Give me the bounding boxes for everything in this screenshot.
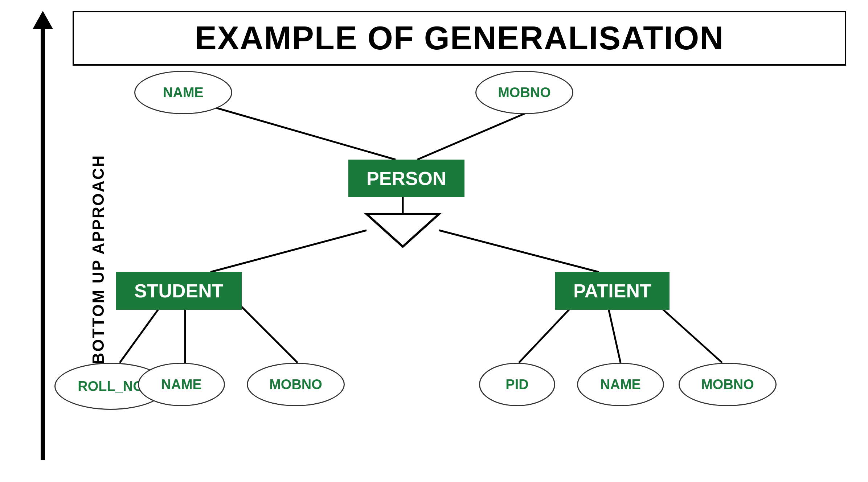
mobno-student-attr: MOBNO (247, 363, 345, 406)
name-student-attr: NAME (138, 363, 225, 406)
name-top-attr: NAME (134, 71, 232, 114)
svg-line-4 (210, 230, 367, 272)
diagram-svg (0, 0, 868, 482)
svg-line-5 (439, 230, 599, 272)
person-entity: PERSON (348, 160, 464, 197)
mobno-patient-attr: MOBNO (679, 363, 777, 406)
patient-entity: PATIENT (555, 272, 670, 310)
svg-line-0 (207, 105, 396, 160)
svg-line-8 (232, 297, 298, 363)
name-patient-attr: NAME (577, 363, 664, 406)
svg-marker-3 (367, 214, 439, 247)
student-entity: STUDENT (116, 272, 242, 310)
pid-attr: PID (479, 363, 555, 406)
mobno-top-attr: MOBNO (475, 71, 573, 114)
